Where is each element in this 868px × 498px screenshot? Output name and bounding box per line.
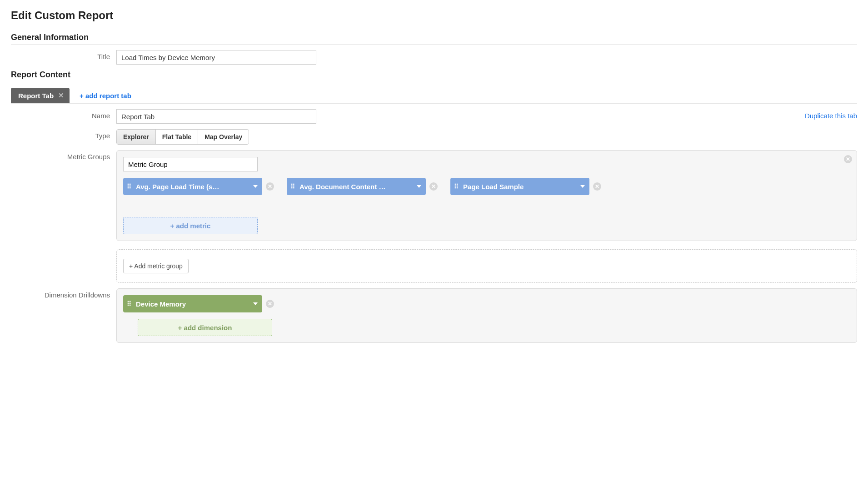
label-name: Name xyxy=(11,109,116,120)
add-report-tab-link[interactable]: + add report tab xyxy=(80,88,131,103)
metric-chip[interactable]: ⠿ Page Load Sample xyxy=(450,178,589,195)
dimension-panel: ⠿ Device Memory ✕ + add dimension xyxy=(116,288,857,343)
section-report-content: Report Content xyxy=(11,70,857,80)
report-tabs-bar: Report Tab ✕ + add report tab xyxy=(11,88,857,104)
remove-metric-icon[interactable]: ✕ xyxy=(593,182,601,191)
metric-chip-label: Page Load Sample xyxy=(463,183,577,191)
tab-report-tab[interactable]: Report Tab ✕ xyxy=(11,88,70,103)
delete-metric-group-icon[interactable]: ✕ xyxy=(844,155,852,163)
chevron-down-icon[interactable] xyxy=(253,302,258,305)
chevron-down-icon[interactable] xyxy=(417,185,421,188)
remove-metric-icon[interactable]: ✕ xyxy=(266,182,274,191)
label-type: Type xyxy=(11,129,116,140)
add-metric-group-panel: + Add metric group xyxy=(116,249,857,283)
title-input[interactable] xyxy=(116,50,316,65)
drag-handle-icon[interactable]: ⠿ xyxy=(290,185,296,188)
duplicate-tab-link[interactable]: Duplicate this tab xyxy=(805,112,857,120)
metric-chip[interactable]: ⠿ Avg. Document Content … xyxy=(287,178,426,195)
close-icon[interactable]: ✕ xyxy=(58,91,64,100)
dimension-chip-label: Device Memory xyxy=(136,300,249,308)
metric-chip-label: Avg. Document Content … xyxy=(299,183,413,191)
tab-name-input[interactable] xyxy=(116,109,316,124)
type-segmented: Explorer Flat Table Map Overlay xyxy=(116,129,249,145)
metric-group-name-input[interactable] xyxy=(123,157,258,171)
type-map-overlay-button[interactable]: Map Overlay xyxy=(198,129,249,145)
section-general-information: General Information xyxy=(11,33,857,45)
tab-label: Report Tab xyxy=(18,92,54,100)
remove-dimension-icon[interactable]: ✕ xyxy=(266,300,274,308)
metric-chip[interactable]: ⠿ Avg. Page Load Time (s… xyxy=(123,178,262,195)
chevron-down-icon[interactable] xyxy=(253,185,258,188)
label-title: Title xyxy=(11,50,116,60)
metric-chip-label: Avg. Page Load Time (s… xyxy=(136,183,249,191)
type-explorer-button[interactable]: Explorer xyxy=(116,129,156,145)
chevron-down-icon[interactable] xyxy=(580,185,585,188)
drag-handle-icon[interactable]: ⠿ xyxy=(127,302,132,305)
add-metric-button[interactable]: + add metric xyxy=(123,217,258,234)
drag-handle-icon[interactable]: ⠿ xyxy=(454,185,459,188)
type-flat-table-button[interactable]: Flat Table xyxy=(155,129,198,145)
add-dimension-button[interactable]: + add dimension xyxy=(138,319,272,336)
remove-metric-icon[interactable]: ✕ xyxy=(429,182,438,191)
label-dimension-drilldowns: Dimension Drilldowns xyxy=(11,288,116,299)
add-metric-group-button[interactable]: + Add metric group xyxy=(123,259,189,273)
drag-handle-icon[interactable]: ⠿ xyxy=(127,185,132,188)
metric-group-panel: ✕ ⠿ Avg. Page Load Time (s… ✕ ⠿ Avg. Doc… xyxy=(116,150,857,241)
label-metric-groups: Metric Groups xyxy=(11,150,116,161)
dimension-chip[interactable]: ⠿ Device Memory xyxy=(123,295,262,312)
page-title: Edit Custom Report xyxy=(11,9,857,22)
